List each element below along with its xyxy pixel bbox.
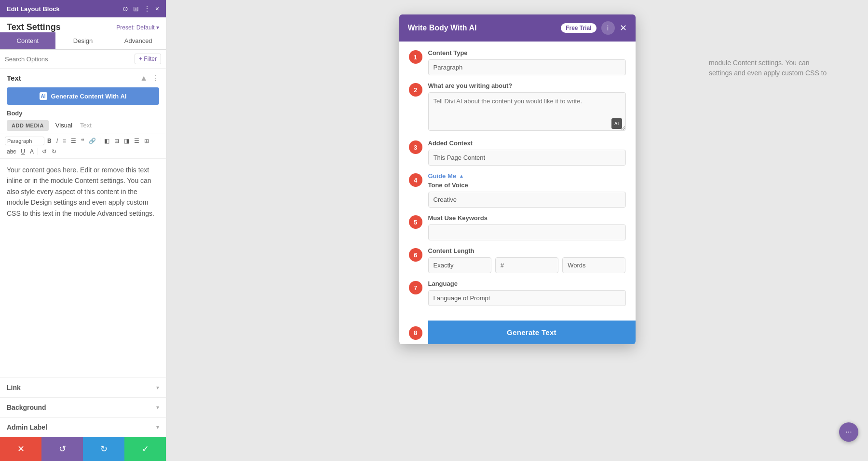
- close-icon[interactable]: ×: [155, 5, 159, 13]
- strikethrough-button[interactable]: abc: [5, 147, 18, 156]
- color-button[interactable]: A: [28, 147, 36, 156]
- step-6-label: Content Length: [428, 247, 626, 254]
- modal-title: Write Body With AI: [408, 24, 477, 32]
- align-left-button[interactable]: ◧: [102, 136, 111, 146]
- language-select[interactable]: Language of Prompt English Spanish Frenc…: [428, 290, 626, 306]
- length-unit-select[interactable]: Words Sentences Paragraphs: [562, 257, 625, 273]
- modal-header: Write Body With AI Free Trial i ✕: [399, 14, 636, 42]
- align-justify-button[interactable]: ☰: [132, 136, 141, 146]
- floating-dots-button[interactable]: ···: [839, 422, 858, 442]
- add-media-row: ADD MEDIA Visual Text: [0, 120, 166, 134]
- step-5-label: Must Use Keywords: [428, 214, 626, 222]
- generate-content-button[interactable]: AI Generate Content With AI: [7, 87, 159, 105]
- step-5-row: 5 Must Use Keywords: [409, 214, 626, 240]
- background-chevron: ▾: [156, 404, 159, 411]
- panel-header-icons: ⊙ ⊞ ⋮ ×: [122, 5, 159, 13]
- visual-text-tabs: Visual Text: [53, 120, 95, 131]
- link-chevron: ▾: [156, 384, 159, 391]
- modal-close-button[interactable]: ✕: [620, 23, 627, 33]
- step-6-row: 6 Content Length Exactly At Least At Mos…: [409, 247, 626, 273]
- save-button[interactable]: ✓: [124, 437, 166, 461]
- toolbar-divider: [100, 138, 100, 144]
- step-3-label: Added Context: [428, 140, 626, 147]
- text-section-title: Text: [7, 74, 21, 82]
- content-length-row: Exactly At Least At Most # Words Sentenc…: [428, 257, 626, 273]
- more-icon[interactable]: ⋮: [144, 5, 150, 13]
- step-2-label: What are you writing about?: [428, 82, 626, 89]
- italic-button[interactable]: I: [54, 136, 60, 146]
- body-label: Body: [0, 110, 166, 120]
- step-6-content: Content Length Exactly At Least At Most …: [428, 247, 626, 273]
- tab-design[interactable]: Design: [55, 32, 111, 49]
- background-section-title: Background: [7, 404, 46, 411]
- tab-advanced[interactable]: Advanced: [110, 32, 166, 49]
- main-area: module Content settings. You can setting…: [166, 0, 868, 461]
- text-settings-title: Text Settings: [7, 22, 61, 32]
- background-section[interactable]: Background ▾: [0, 397, 166, 417]
- blockquote-button[interactable]: ❝: [79, 136, 86, 146]
- layout-icon[interactable]: ⊞: [133, 5, 139, 13]
- link-section-title: Link: [7, 384, 21, 391]
- textarea-ai-icon: AI: [611, 118, 622, 129]
- ai-modal: Write Body With AI Free Trial i ✕ 1 Cont…: [399, 14, 636, 344]
- collapse-icon[interactable]: ▲: [140, 74, 148, 83]
- modal-info-button[interactable]: i: [601, 21, 615, 35]
- undo-button[interactable]: ↺: [41, 437, 83, 461]
- table-button[interactable]: ⊞: [142, 136, 151, 146]
- body-content-text: Your content goes here. Edit or remove t…: [0, 159, 166, 377]
- tabs-row: Content Design Advanced: [0, 32, 166, 50]
- added-context-select[interactable]: This Page Content None: [428, 150, 626, 166]
- link-button[interactable]: 🔗: [87, 136, 98, 146]
- unordered-list-button[interactable]: ≡: [61, 136, 68, 146]
- step-4-content: Guide Me ▲ Tone of Voice Creative Profes…: [428, 172, 626, 208]
- settings-icon[interactable]: ⊙: [122, 5, 128, 13]
- free-trial-badge[interactable]: Free Trial: [561, 23, 596, 33]
- guide-me-arrow-icon: ▲: [459, 173, 464, 179]
- step-2-row: 2 What are you writing about? AI: [409, 82, 626, 133]
- keywords-input[interactable]: [428, 224, 626, 240]
- undo-toolbar-button[interactable]: ↺: [40, 147, 49, 156]
- modal-header-right: Free Trial i ✕: [561, 21, 626, 35]
- modal-overlay: Write Body With AI Free Trial i ✕ 1 Cont…: [166, 0, 868, 461]
- redo-button[interactable]: ↻: [83, 437, 124, 461]
- prompt-textarea[interactable]: [428, 92, 626, 131]
- left-panel: Edit Layout Block ⊙ ⊞ ⋮ × Text Settings …: [0, 0, 166, 461]
- filter-button[interactable]: + Filter: [135, 54, 161, 64]
- bold-button[interactable]: B: [45, 136, 54, 146]
- search-input[interactable]: [5, 56, 132, 63]
- panel-header-title: Edit Layout Block: [7, 5, 60, 13]
- align-center-button[interactable]: ⊟: [112, 136, 121, 146]
- step-2-num: 2: [409, 83, 422, 97]
- tab-text[interactable]: Text: [77, 120, 95, 131]
- link-section[interactable]: Link ▾: [0, 377, 166, 397]
- step-6-num: 6: [409, 248, 422, 262]
- length-number-select[interactable]: #: [495, 257, 558, 273]
- cancel-button[interactable]: ✕: [0, 437, 41, 461]
- add-media-button[interactable]: ADD MEDIA: [7, 120, 49, 131]
- section-controls: ▲ ⋮: [140, 73, 159, 83]
- tab-visual[interactable]: Visual: [53, 120, 75, 131]
- generate-text-button[interactable]: Generate Text: [428, 321, 636, 344]
- preset-selector[interactable]: Preset: Default ▾: [116, 24, 159, 31]
- tab-content[interactable]: Content: [0, 32, 55, 49]
- modal-body: 1 Content Type Paragraph List Heading 2: [399, 42, 636, 321]
- length-type-select[interactable]: Exactly At Least At Most: [428, 257, 491, 273]
- ordered-list-button[interactable]: ☰: [69, 136, 78, 146]
- format-select[interactable]: Paragraph: [5, 137, 44, 145]
- admin-label-section[interactable]: Admin Label ▾: [0, 417, 166, 437]
- ai-button-label: Generate Content With AI: [51, 93, 127, 100]
- step-1-num: 1: [409, 50, 422, 64]
- guide-me-row: Guide Me ▲: [428, 172, 626, 180]
- content-type-select[interactable]: Paragraph List Heading: [428, 59, 626, 75]
- section-more-icon[interactable]: ⋮: [151, 73, 159, 83]
- step-3-row: 3 Added Context This Page Content None: [409, 140, 626, 166]
- underline-button[interactable]: U: [19, 147, 27, 156]
- text-toolbar: Paragraph B I ≡ ☰ ❝ 🔗 ◧ ⊟ ◨ ☰ ⊞ abc U A …: [0, 134, 166, 159]
- step-4-label: Tone of Voice: [428, 182, 626, 189]
- guide-me-link[interactable]: Guide Me: [428, 172, 457, 180]
- admin-chevron: ▾: [156, 424, 159, 431]
- tone-of-voice-select[interactable]: Creative Professional Casual Formal: [428, 192, 626, 208]
- step-3-content: Added Context This Page Content None: [428, 140, 626, 166]
- align-right-button[interactable]: ◨: [122, 136, 131, 146]
- redo-toolbar-button[interactable]: ↻: [50, 147, 58, 156]
